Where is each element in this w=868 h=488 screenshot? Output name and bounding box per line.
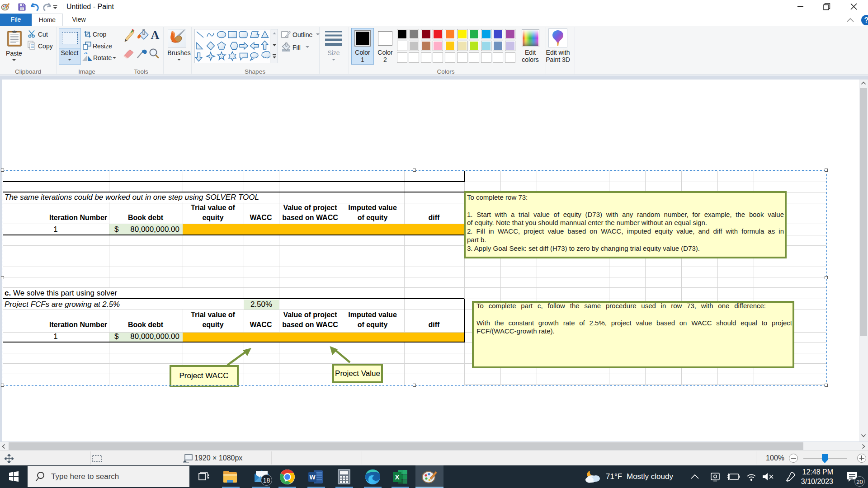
svg-text:X: X	[395, 473, 399, 481]
svg-text:A: A	[151, 29, 160, 42]
svg-text:W: W	[309, 474, 316, 481]
